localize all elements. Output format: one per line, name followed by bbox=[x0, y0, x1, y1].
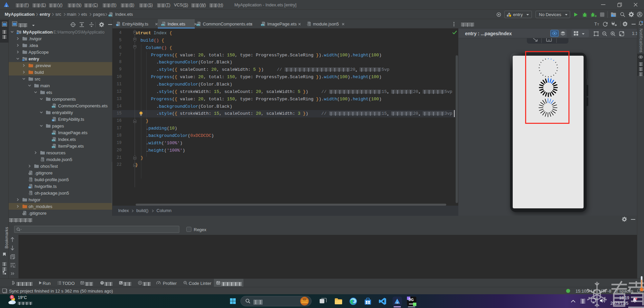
svg-text:ETS: ETS bbox=[261, 24, 264, 26]
svg-text:ETS: ETS bbox=[162, 24, 165, 26]
svg-text:TS: TS bbox=[29, 187, 31, 189]
svg-text:ETS: ETS bbox=[52, 146, 55, 148]
svg-text:ETS: ETS bbox=[52, 133, 55, 135]
svg-text:T: T bbox=[597, 22, 599, 26]
svg-text:ETS: ETS bbox=[197, 24, 200, 26]
svg-text:TS: TS bbox=[116, 24, 119, 26]
svg-text:ETS: ETS bbox=[109, 15, 112, 16]
svg-text:ETS: ETS bbox=[52, 140, 55, 141]
svg-text:ETS: ETS bbox=[52, 106, 55, 108]
svg-text:T: T bbox=[594, 21, 597, 26]
svg-text:TS: TS bbox=[52, 119, 54, 121]
